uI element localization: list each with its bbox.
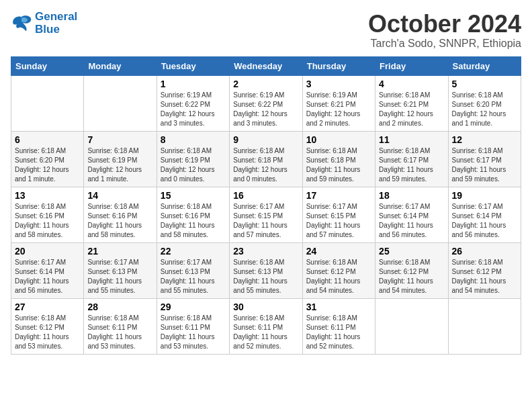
day-number: 30 bbox=[233, 302, 298, 312]
calendar-cell: 2Sunrise: 6:19 AM Sunset: 6:22 PM Daylig… bbox=[230, 75, 302, 131]
weekday-header-monday: Monday bbox=[84, 56, 157, 75]
day-number: 13 bbox=[15, 190, 80, 201]
day-number: 1 bbox=[161, 79, 226, 89]
day-detail: Sunrise: 6:18 AM Sunset: 6:12 PM Dayligh… bbox=[15, 314, 80, 351]
day-detail: Sunrise: 6:19 AM Sunset: 6:22 PM Dayligh… bbox=[161, 91, 226, 128]
day-detail: Sunrise: 6:18 AM Sunset: 6:18 PM Dayligh… bbox=[233, 146, 298, 184]
month-title: October 2024 bbox=[368, 11, 521, 38]
day-number: 22 bbox=[161, 246, 226, 257]
day-number: 18 bbox=[379, 190, 444, 201]
day-number: 10 bbox=[306, 134, 371, 145]
day-number: 26 bbox=[452, 246, 517, 257]
day-number: 2 bbox=[233, 79, 298, 89]
calendar-table: SundayMondayTuesdayWednesdayThursdayFrid… bbox=[11, 56, 521, 355]
day-detail: Sunrise: 6:18 AM Sunset: 6:11 PM Dayligh… bbox=[233, 314, 298, 351]
day-detail: Sunrise: 6:18 AM Sunset: 6:21 PM Dayligh… bbox=[379, 91, 444, 128]
day-detail: Sunrise: 6:18 AM Sunset: 6:11 PM Dayligh… bbox=[306, 314, 371, 351]
logo: General Blue bbox=[11, 11, 77, 36]
day-number: 19 bbox=[452, 190, 517, 201]
calendar-cell: 5Sunrise: 6:18 AM Sunset: 6:20 PM Daylig… bbox=[448, 75, 521, 131]
calendar-cell: 22Sunrise: 6:17 AM Sunset: 6:13 PM Dayli… bbox=[157, 242, 229, 298]
calendar-cell: 3Sunrise: 6:19 AM Sunset: 6:21 PM Daylig… bbox=[302, 75, 375, 131]
day-detail: Sunrise: 6:18 AM Sunset: 6:19 PM Dayligh… bbox=[87, 146, 152, 184]
calendar-week-row: 13Sunrise: 6:18 AM Sunset: 6:16 PM Dayli… bbox=[11, 187, 521, 242]
calendar-cell: 28Sunrise: 6:18 AM Sunset: 6:11 PM Dayli… bbox=[84, 298, 157, 354]
calendar-cell: 15Sunrise: 6:18 AM Sunset: 6:16 PM Dayli… bbox=[157, 187, 229, 242]
calendar-header: SundayMondayTuesdayWednesdayThursdayFrid… bbox=[11, 56, 521, 75]
weekday-header-sunday: Sunday bbox=[11, 56, 84, 75]
calendar-cell: 21Sunrise: 6:17 AM Sunset: 6:13 PM Dayli… bbox=[84, 242, 157, 298]
weekday-header-tuesday: Tuesday bbox=[157, 56, 229, 75]
day-number: 31 bbox=[306, 302, 371, 312]
location-subtitle: Tarch'a Sodo, SNNPR, Ethiopia bbox=[368, 38, 521, 50]
calendar-cell: 24Sunrise: 6:18 AM Sunset: 6:12 PM Dayli… bbox=[302, 242, 375, 298]
calendar-cell: 1Sunrise: 6:19 AM Sunset: 6:22 PM Daylig… bbox=[157, 75, 229, 131]
day-detail: Sunrise: 6:17 AM Sunset: 6:13 PM Dayligh… bbox=[161, 258, 226, 295]
calendar-cell: 29Sunrise: 6:18 AM Sunset: 6:11 PM Dayli… bbox=[157, 298, 229, 354]
day-detail: Sunrise: 6:17 AM Sunset: 6:13 PM Dayligh… bbox=[87, 258, 152, 295]
calendar-cell: 17Sunrise: 6:17 AM Sunset: 6:15 PM Dayli… bbox=[302, 187, 375, 242]
day-number: 14 bbox=[87, 190, 152, 201]
calendar-cell: 23Sunrise: 6:18 AM Sunset: 6:13 PM Dayli… bbox=[230, 242, 302, 298]
weekday-header-friday: Friday bbox=[375, 56, 448, 75]
day-detail: Sunrise: 6:18 AM Sunset: 6:11 PM Dayligh… bbox=[87, 314, 152, 351]
weekday-header-thursday: Thursday bbox=[302, 56, 375, 75]
calendar-cell: 20Sunrise: 6:17 AM Sunset: 6:14 PM Dayli… bbox=[11, 242, 84, 298]
day-detail: Sunrise: 6:18 AM Sunset: 6:16 PM Dayligh… bbox=[15, 202, 80, 240]
day-number: 17 bbox=[306, 190, 371, 201]
day-number: 3 bbox=[306, 79, 371, 89]
calendar-cell: 26Sunrise: 6:18 AM Sunset: 6:12 PM Dayli… bbox=[448, 242, 521, 298]
day-detail: Sunrise: 6:18 AM Sunset: 6:20 PM Dayligh… bbox=[15, 146, 80, 184]
calendar-week-row: 6Sunrise: 6:18 AM Sunset: 6:20 PM Daylig… bbox=[11, 131, 521, 187]
day-number: 6 bbox=[15, 134, 80, 145]
day-number: 12 bbox=[452, 134, 517, 145]
calendar-cell: 7Sunrise: 6:18 AM Sunset: 6:19 PM Daylig… bbox=[84, 131, 157, 187]
day-detail: Sunrise: 6:18 AM Sunset: 6:12 PM Dayligh… bbox=[306, 258, 371, 295]
day-number: 21 bbox=[87, 246, 152, 257]
calendar-cell: 19Sunrise: 6:17 AM Sunset: 6:14 PM Dayli… bbox=[448, 187, 521, 242]
day-detail: Sunrise: 6:18 AM Sunset: 6:16 PM Dayligh… bbox=[87, 202, 152, 240]
calendar-body: 1Sunrise: 6:19 AM Sunset: 6:22 PM Daylig… bbox=[11, 75, 521, 354]
calendar-cell: 4Sunrise: 6:18 AM Sunset: 6:21 PM Daylig… bbox=[375, 75, 448, 131]
day-detail: Sunrise: 6:18 AM Sunset: 6:17 PM Dayligh… bbox=[379, 146, 444, 184]
day-number: 11 bbox=[379, 134, 444, 145]
calendar-cell: 13Sunrise: 6:18 AM Sunset: 6:16 PM Dayli… bbox=[11, 187, 84, 242]
calendar-cell: 30Sunrise: 6:18 AM Sunset: 6:11 PM Dayli… bbox=[230, 298, 302, 354]
day-detail: Sunrise: 6:17 AM Sunset: 6:14 PM Dayligh… bbox=[452, 202, 517, 240]
logo-text: General Blue bbox=[35, 11, 77, 36]
day-number: 15 bbox=[161, 190, 226, 201]
calendar-week-row: 27Sunrise: 6:18 AM Sunset: 6:12 PM Dayli… bbox=[11, 298, 521, 354]
day-number: 24 bbox=[306, 246, 371, 257]
day-detail: Sunrise: 6:17 AM Sunset: 6:14 PM Dayligh… bbox=[379, 202, 444, 240]
weekday-header-row: SundayMondayTuesdayWednesdayThursdayFrid… bbox=[11, 56, 521, 75]
day-number: 20 bbox=[15, 246, 80, 257]
day-detail: Sunrise: 6:17 AM Sunset: 6:14 PM Dayligh… bbox=[15, 258, 80, 295]
day-detail: Sunrise: 6:18 AM Sunset: 6:20 PM Dayligh… bbox=[452, 91, 517, 128]
calendar-cell: 25Sunrise: 6:18 AM Sunset: 6:12 PM Dayli… bbox=[375, 242, 448, 298]
calendar-cell: 18Sunrise: 6:17 AM Sunset: 6:14 PM Dayli… bbox=[375, 187, 448, 242]
day-number: 16 bbox=[233, 190, 298, 201]
weekday-header-wednesday: Wednesday bbox=[230, 56, 302, 75]
weekday-header-saturday: Saturday bbox=[448, 56, 521, 75]
day-detail: Sunrise: 6:18 AM Sunset: 6:13 PM Dayligh… bbox=[233, 258, 298, 295]
calendar-week-row: 1Sunrise: 6:19 AM Sunset: 6:22 PM Daylig… bbox=[11, 75, 521, 131]
calendar-cell: 11Sunrise: 6:18 AM Sunset: 6:17 PM Dayli… bbox=[375, 131, 448, 187]
calendar-cell bbox=[375, 298, 448, 354]
day-detail: Sunrise: 6:18 AM Sunset: 6:11 PM Dayligh… bbox=[161, 314, 226, 351]
day-number: 4 bbox=[379, 79, 444, 89]
title-block: October 2024 Tarch'a Sodo, SNNPR, Ethiop… bbox=[368, 11, 521, 50]
logo-bird-icon bbox=[11, 14, 32, 33]
calendar-cell: 12Sunrise: 6:18 AM Sunset: 6:17 PM Dayli… bbox=[448, 131, 521, 187]
day-number: 27 bbox=[15, 302, 80, 312]
day-detail: Sunrise: 6:18 AM Sunset: 6:19 PM Dayligh… bbox=[161, 146, 226, 184]
day-number: 8 bbox=[161, 134, 226, 145]
calendar-cell: 14Sunrise: 6:18 AM Sunset: 6:16 PM Dayli… bbox=[84, 187, 157, 242]
calendar-week-row: 20Sunrise: 6:17 AM Sunset: 6:14 PM Dayli… bbox=[11, 242, 521, 298]
calendar-cell bbox=[84, 75, 157, 131]
day-detail: Sunrise: 6:18 AM Sunset: 6:16 PM Dayligh… bbox=[161, 202, 226, 240]
day-detail: Sunrise: 6:18 AM Sunset: 6:12 PM Dayligh… bbox=[452, 258, 517, 295]
day-detail: Sunrise: 6:19 AM Sunset: 6:22 PM Dayligh… bbox=[233, 91, 298, 128]
day-detail: Sunrise: 6:18 AM Sunset: 6:12 PM Dayligh… bbox=[379, 258, 444, 295]
calendar-cell: 8Sunrise: 6:18 AM Sunset: 6:19 PM Daylig… bbox=[157, 131, 229, 187]
calendar-cell bbox=[11, 75, 84, 131]
